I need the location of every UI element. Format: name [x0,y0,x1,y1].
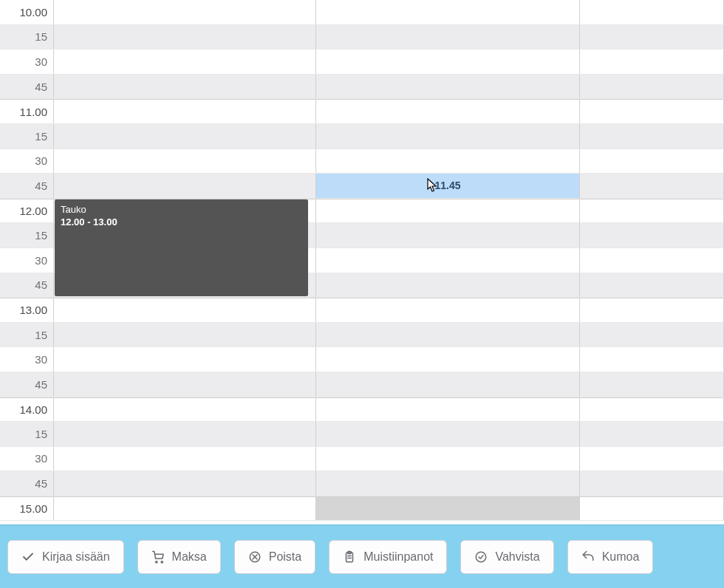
cart-icon [151,550,165,564]
calendar-cell[interactable] [316,223,580,247]
delete-label: Poista [269,550,301,564]
action-toolbar: Kirjaa sisään Maksa Poista Muistiinpanot… [0,524,724,588]
svg-point-9 [477,552,487,562]
calendar-cell[interactable] [316,75,580,99]
check-icon [21,550,35,564]
calendar-cell[interactable] [316,298,580,322]
calendar-cell[interactable] [580,372,724,397]
time-label: 15 [0,25,54,49]
calendar-cell[interactable] [316,149,580,174]
calendar-cell[interactable] [580,497,724,521]
calendar-cell[interactable] [580,124,724,148]
time-label: 10.00 [0,0,54,24]
time-label: 45 [0,471,54,496]
svg-point-1 [161,561,163,562]
time-label: 13.00 [0,298,54,322]
calendar-cell[interactable] [54,298,316,322]
checkin-label: Kirjaa sisään [42,550,110,564]
calendar-cell[interactable] [580,323,724,347]
calendar-cell[interactable] [316,248,580,273]
calendar-cell[interactable] [316,398,580,422]
time-label: 30 [0,248,54,273]
calendar-cell[interactable] [580,273,724,298]
event-time: 12.00 - 13.00 [61,216,302,229]
time-label: 45 [0,75,54,99]
calendar-event[interactable]: Tauko 12.00 - 13.00 [55,199,308,296]
calendar-cell[interactable] [316,323,580,347]
confirm-button[interactable]: Vahvista [460,540,553,574]
calendar-cell[interactable] [316,273,580,298]
calendar-cell[interactable] [580,75,724,99]
time-label: 30 [0,49,54,74]
notes-button[interactable]: Muistiinpanot [329,540,447,574]
calendar-cell[interactable] [580,248,724,273]
calendar-cell-hover[interactable]: 11.45 [316,174,580,198]
time-label: 30 [0,347,54,372]
calendar-cell[interactable] [54,124,316,148]
time-label: 30 [0,149,54,174]
calendar-cell[interactable] [580,447,724,471]
clipboard-icon [343,550,356,564]
calendar-cell[interactable] [316,372,580,397]
calendar-cell[interactable] [580,174,724,198]
checkin-button[interactable]: Kirjaa sisään [7,540,124,574]
calendar-cell[interactable] [580,25,724,49]
calendar-cell[interactable] [54,497,316,521]
calendar-cell[interactable] [580,49,724,74]
calendar-cell[interactable] [316,422,580,446]
calendar-cell[interactable] [54,174,316,198]
calendar-cell[interactable] [54,25,316,49]
calendar-cell[interactable] [54,372,316,397]
event-title: Tauko [61,204,302,216]
calendar-cell[interactable] [316,124,580,148]
time-label: 15 [0,124,54,148]
undo-button[interactable]: Kumoa [567,540,654,574]
time-label: 14.00 [0,398,54,422]
calendar-cell[interactable] [580,199,724,223]
time-label: 15 [0,323,54,347]
calendar-cell[interactable] [316,347,580,372]
calendar-cell[interactable] [54,347,316,372]
time-label: 45 [0,174,54,198]
calendar-cell[interactable] [54,0,316,24]
calendar-cell[interactable] [580,422,724,446]
calendar-grid[interactable]: 10.0015304511.0015304511.4512.0015304513… [0,0,724,524]
svg-point-0 [155,561,157,562]
calendar-cell[interactable] [580,100,724,123]
calendar-cell[interactable] [54,323,316,347]
pay-button[interactable]: Maksa [137,540,221,574]
calendar-cell[interactable] [54,49,316,74]
calendar-cell[interactable] [316,471,580,496]
calendar-cell[interactable] [316,25,580,49]
calendar-cell[interactable] [580,223,724,247]
calendar-cell[interactable] [580,0,724,24]
time-label: 15 [0,422,54,446]
time-label: 12.00 [0,199,54,223]
confirm-label: Vahvista [495,550,539,564]
calendar-cell[interactable] [580,398,724,422]
calendar-cell[interactable] [54,471,316,496]
calendar-cell[interactable] [54,149,316,174]
time-label: 45 [0,372,54,397]
calendar-cell[interactable] [54,75,316,99]
calendar-cell[interactable] [580,471,724,496]
calendar-cell[interactable] [316,447,580,471]
time-label: 45 [0,273,54,298]
calendar-cell[interactable] [580,347,724,372]
delete-icon [248,550,262,564]
calendar-cell[interactable] [54,447,316,471]
calendar-cell[interactable] [580,149,724,174]
calendar-cell[interactable] [54,100,316,123]
notes-label: Muistiinpanot [363,550,433,564]
calendar-cell[interactable] [54,398,316,422]
calendar-cell[interactable] [316,497,580,521]
calendar-cell[interactable] [54,422,316,446]
calendar-cell[interactable] [316,100,580,123]
time-label: 15 [0,223,54,247]
calendar-cell[interactable] [316,199,580,223]
calendar-cell[interactable] [580,298,724,322]
calendar-cell[interactable] [316,0,580,24]
time-label: 15.00 [0,497,54,521]
delete-button[interactable]: Poista [234,540,315,574]
calendar-cell[interactable] [316,49,580,74]
